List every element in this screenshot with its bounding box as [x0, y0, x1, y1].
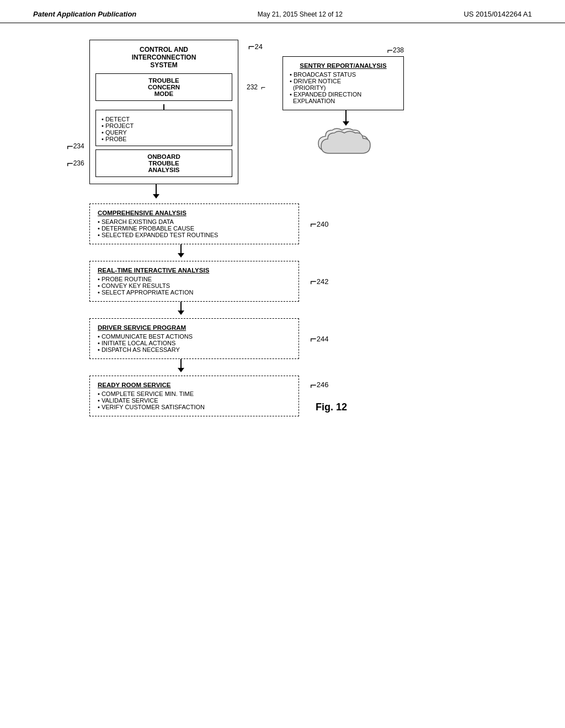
brace-246: ⌐: [310, 379, 317, 390]
brace-232: ⌐: [261, 83, 265, 92]
probe-item: PROBE: [102, 136, 226, 142]
patent-number: US 2015/0142264 A1: [463, 10, 532, 18]
readyroom-item-2: VALIDATE SERVICE: [98, 397, 291, 404]
brace-242: ⌐: [310, 276, 317, 287]
fig-label: Fig. 12: [316, 402, 347, 413]
realtime-wrapper: REAL-TIME INTERACTIVE ANALYSIS PROBE ROU…: [89, 261, 476, 302]
realtime-list: PROBE ROUTINE CONVEY KEY RESULTS SELECT …: [98, 276, 291, 296]
brace-244: ⌐: [310, 333, 317, 344]
readyroom-list: COMPLETE SERVICE MIN. TIME VALIDATE SERV…: [98, 390, 291, 410]
driver-item-2: INITIATE LOCAL ACTIONS: [98, 340, 291, 346]
num-232: 232: [247, 83, 258, 91]
sentry-item-3: EXPANDED DIRECTION EXPLANATION: [290, 91, 397, 104]
readyroom-item-3: VERIFY CUSTOMER SATISFACTION: [98, 404, 291, 410]
num-24: 24: [255, 42, 263, 51]
comprehensive-title: COMPREHENSIVE ANALYSIS: [98, 210, 291, 216]
num-24-group: ⌐ 24: [248, 41, 263, 52]
num-246: 246: [317, 381, 329, 389]
project-item: PROJECT: [102, 122, 226, 129]
detect-item: DETECT: [102, 116, 226, 122]
num-244-group: ⌐ 244: [310, 333, 328, 344]
realtime-title: REAL-TIME INTERACTIVE ANALYSIS: [98, 267, 291, 274]
brace-236: ⌐: [67, 158, 73, 169]
onboard-trouble-box: ONBOARDTROUBLEANALYSIS: [95, 149, 232, 177]
onboard-title: ONBOARDTROUBLEANALYSIS: [102, 153, 226, 173]
readyroom-item-1: COMPLETE SERVICE MIN. TIME: [98, 390, 291, 397]
num-242: 242: [317, 277, 329, 286]
publication-label: Patent Application Publication: [33, 10, 136, 18]
brace-240: ⌐: [310, 218, 317, 229]
realtime-item-3: SELECT APPROPRIATE ACTION: [98, 289, 291, 296]
driver-wrapper: DRIVER SERVICE PROGRAM COMMUNICATE BEST …: [89, 318, 476, 359]
realtime-box: REAL-TIME INTERACTIVE ANALYSIS PROBE ROU…: [89, 261, 299, 302]
sentry-item-1: BROADCAST STATUS: [290, 71, 397, 78]
num-238-group: ⌐ 238: [387, 45, 404, 55]
driver-item-1: COMMUNICATE BEST ACTIONS: [98, 333, 291, 340]
readyroom-box: READY ROOM SERVICE COMPLETE SERVICE MIN.…: [89, 376, 299, 416]
comprehensive-box: COMPREHENSIVE ANALYSIS SEARCH EXISTING D…: [89, 204, 299, 244]
sentry-box: SENTRY REPORT/ANALYSIS BROADCAST STATUS …: [282, 56, 404, 110]
detect-list: DETECT PROJECT QUERY PROBE: [102, 116, 226, 142]
sentry-title: SENTRY REPORT/ANALYSIS: [290, 62, 397, 69]
brace-24: ⌐: [248, 41, 255, 52]
trouble-concern-box: TROUBLECONCERNMODE: [95, 73, 232, 101]
num-246-group: ⌐ 246: [310, 379, 328, 390]
sentry-item-2: DRIVER NOTICE (PRIORITY): [290, 78, 397, 91]
comp-item-3: SELECTED EXPANDED TEST ROUTINES: [98, 232, 291, 238]
driver-list: COMMUNICATE BEST ACTIONS INITIATE LOCAL …: [98, 333, 291, 353]
detect-group-box: DETECT PROJECT QUERY PROBE: [95, 110, 232, 146]
num-240-group: ⌐ 240: [310, 218, 328, 229]
num-242-group: ⌐ 242: [310, 276, 328, 287]
trouble-concern-title: TROUBLECONCERNMODE: [102, 77, 226, 97]
sentry-list: BROADCAST STATUS DRIVER NOTICE (PRIORITY…: [290, 71, 397, 104]
num-246-fig-group: ⌐ 246 Fig. 12: [310, 379, 347, 413]
arrow-to-readyroom: [89, 359, 476, 376]
brace-238: ⌐: [387, 45, 393, 55]
num-238: 238: [393, 46, 404, 54]
num-236: 236: [73, 159, 84, 167]
sheet-info: May 21, 2015 Sheet 12 of 12: [258, 10, 343, 18]
num-234: 234: [73, 142, 84, 150]
query-item: QUERY: [102, 129, 226, 136]
num-244: 244: [317, 335, 329, 343]
diagram-area: CONTROL ANDINTERCONNECTIONSYSTEM TROUBLE…: [0, 23, 565, 433]
comprehensive-list: SEARCH EXISTING DATA DETERMINE PROBABLE …: [98, 218, 291, 238]
driver-box: DRIVER SERVICE PROGRAM COMMUNICATE BEST …: [89, 318, 299, 359]
control-title: CONTROL ANDINTERCONNECTIONSYSTEM: [95, 46, 232, 69]
page-header: Patent Application Publication May 21, 2…: [0, 0, 565, 23]
arrow-to-realtime: [89, 244, 476, 261]
arrow-to-comprehensive: [89, 184, 476, 204]
comp-item-1: SEARCH EXISTING DATA: [98, 218, 291, 225]
num-236-group: ⌐ 236: [67, 158, 84, 169]
arrow-to-driver: [89, 302, 476, 318]
num-234-group: ⌐ 234: [67, 141, 84, 152]
brace-234: ⌐: [67, 141, 73, 152]
control-interconnection-box: CONTROL ANDINTERCONNECTIONSYSTEM TROUBLE…: [89, 40, 238, 184]
driver-item-3: DISPATCH AS NECESSARY: [98, 346, 291, 353]
readyroom-title: READY ROOM SERVICE: [98, 382, 291, 388]
comp-item-2: DETERMINE PROBABLE CAUSE: [98, 225, 291, 232]
realtime-item-2: CONVEY KEY RESULTS: [98, 282, 291, 289]
readyroom-wrapper: READY ROOM SERVICE COMPLETE SERVICE MIN.…: [89, 376, 476, 416]
num-240: 240: [317, 220, 329, 228]
comprehensive-wrapper: COMPREHENSIVE ANALYSIS SEARCH EXISTING D…: [89, 204, 476, 244]
realtime-item-1: PROBE ROUTINE: [98, 276, 291, 282]
cloud-shape: [282, 126, 409, 156]
driver-title: DRIVER SERVICE PROGRAM: [98, 324, 291, 331]
